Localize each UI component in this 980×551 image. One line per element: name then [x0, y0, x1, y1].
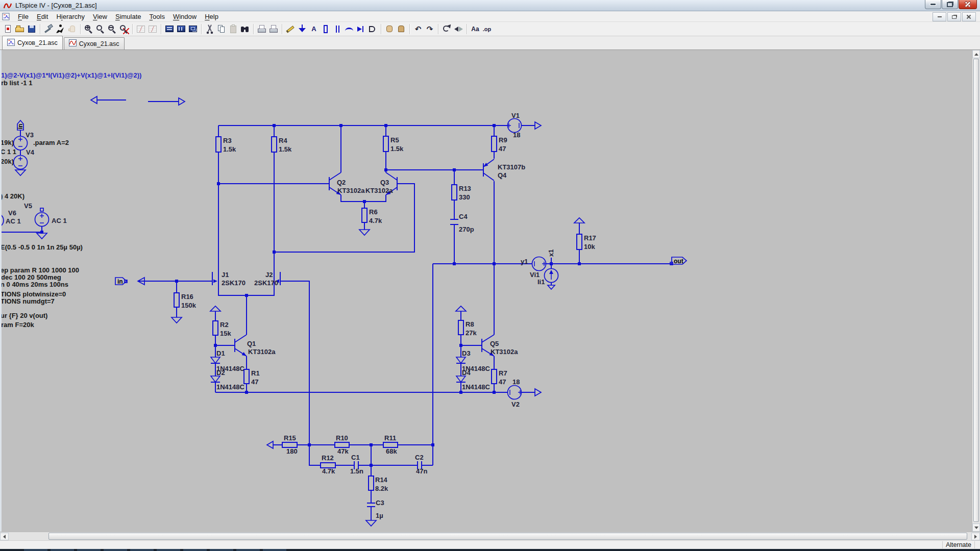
spice-directive-text[interactable]: rb list -1 1	[2, 79, 32, 87]
waveform-icon[interactable]	[135, 23, 146, 35]
wires[interactable]	[2, 100, 672, 520]
q5-value-label[interactable]: KT3102a	[491, 348, 518, 356]
spice-directive-text[interactable]: ep param R 100 1000 100	[2, 266, 79, 274]
component-symbols[interactable]	[2, 96, 687, 526]
spice-directive-icon[interactable]	[481, 23, 493, 35]
r8-value-label[interactable]: 27k	[465, 329, 477, 337]
scroll-right-button[interactable]	[971, 533, 980, 540]
horizontal-scroll-thumb[interactable]	[48, 533, 967, 540]
diode-icon[interactable]	[355, 23, 366, 35]
spice-directive-text[interactable]: ) 4 20K)	[2, 192, 24, 200]
r12-value-label[interactable]: 4.7k	[322, 467, 335, 475]
j2-name-label[interactable]: J2	[265, 271, 273, 279]
print-preview-icon[interactable]	[256, 23, 267, 35]
r2-name-label[interactable]: R2	[220, 321, 229, 329]
v5-name-label[interactable]: V5	[24, 202, 32, 210]
control-panel-icon[interactable]	[43, 23, 54, 35]
menu-window[interactable]: Window	[169, 12, 201, 21]
zoom-in-icon[interactable]	[83, 23, 94, 35]
r1-value-label[interactable]: 47	[251, 378, 258, 386]
mirror-icon[interactable]	[453, 23, 464, 35]
tile-horizontal-icon[interactable]	[164, 23, 175, 35]
spice-directive-text[interactable]: 20k)	[2, 158, 14, 165]
save-icon[interactable]	[26, 23, 37, 35]
text-icon[interactable]	[470, 23, 481, 35]
menu-file[interactable]: File	[14, 12, 33, 21]
r4-value-label[interactable]: 1.5k	[279, 145, 292, 153]
spice-directive-text[interactable]: 1)@2-V(x1)@1*I(Vi1)@2)+V(x1)@1+I(Vi1)@2)…	[2, 71, 141, 79]
v5-value-label[interactable]: AC 1	[52, 217, 67, 224]
menu-view[interactable]: View	[89, 12, 111, 21]
q2-name-label[interactable]: Q2	[337, 179, 346, 186]
net-labels[interactable]: y1 x1 in out in	[17, 123, 683, 285]
tab-schematic[interactable]: Сухов_21.asc	[2, 36, 63, 49]
close-button[interactable]	[959, 0, 977, 9]
r3-value-label[interactable]: 1.5k	[223, 145, 236, 153]
power-flags[interactable]	[210, 218, 584, 311]
c1-value-label[interactable]: 1.5n	[350, 467, 363, 475]
r9-value-label[interactable]: 47	[499, 145, 506, 153]
c3-name-label[interactable]: C3	[376, 499, 384, 507]
spice-directive-text[interactable]: ram F=20k	[2, 321, 34, 329]
tab-waveform[interactable]: Сухов_21.asc	[64, 37, 125, 49]
c2-value-label[interactable]: 47n	[416, 467, 427, 475]
r10-value-label[interactable]: 47k	[337, 447, 349, 455]
spice-directive-text[interactable]: 19k)	[2, 139, 14, 146]
r11-name-label[interactable]: R11	[384, 434, 396, 442]
redo-icon[interactable]	[424, 23, 435, 35]
source-symbols[interactable]	[2, 119, 558, 399]
r3-name-label[interactable]: R3	[223, 137, 232, 144]
net-flag-in-rotated[interactable]: in	[17, 123, 24, 129]
label-net-icon[interactable]	[308, 23, 320, 35]
open-icon[interactable]	[14, 23, 26, 35]
net-label-x1[interactable]: x1	[547, 249, 555, 257]
find-icon[interactable]	[239, 23, 251, 35]
q3-value-label[interactable]: KT3102a	[365, 187, 393, 194]
component-icon[interactable]	[367, 23, 378, 35]
vi1-name-label[interactable]: Vi1	[530, 271, 540, 279]
spice-directive-text[interactable]: C 1 1	[2, 148, 16, 156]
wire-icon[interactable]	[285, 23, 296, 35]
r17-value-label[interactable]: 10k	[584, 243, 595, 251]
r16-value-label[interactable]: 150k	[181, 302, 197, 309]
menu-hierarchy[interactable]: Hierarchy	[52, 12, 89, 21]
j1-value-label[interactable]: 2SK170	[222, 279, 246, 287]
scroll-up-button[interactable]	[972, 50, 980, 58]
v6-value-label[interactable]: AC 1	[6, 217, 21, 225]
ii1-name-label[interactable]: Ii1	[537, 278, 545, 286]
j1-name-label[interactable]: J1	[222, 271, 229, 279]
c4-value-label[interactable]: 270p	[459, 226, 474, 233]
r9-name-label[interactable]: R9	[499, 136, 507, 144]
new-schematic-icon[interactable]	[3, 23, 14, 35]
copy-icon[interactable]	[216, 23, 227, 35]
menu-tools[interactable]: Tools	[145, 12, 169, 21]
restore-button[interactable]	[942, 0, 958, 9]
spice-directive-text[interactable]: TIONS numdgt=7	[2, 297, 55, 305]
r15-value-label[interactable]: 180	[286, 447, 298, 455]
scroll-down-button[interactable]	[972, 523, 980, 532]
q4-value-label[interactable]: KT3107b	[498, 163, 525, 171]
d4-value-label[interactable]: 1N4148C	[462, 383, 491, 391]
r17-name-label[interactable]: R17	[584, 234, 596, 242]
vertical-scrollbar[interactable]	[972, 50, 980, 532]
capacitor-icon[interactable]	[332, 23, 343, 35]
d1-name-label[interactable]: D1	[216, 349, 225, 357]
r6-name-label[interactable]: R6	[369, 208, 378, 216]
r16-name-label[interactable]: R16	[181, 293, 193, 300]
capacitor-symbols[interactable]	[354, 219, 458, 507]
port-label-in[interactable]: in	[117, 278, 123, 285]
r14-value-label[interactable]: 8.2k	[375, 485, 388, 492]
spice-directive-text[interactable]: ur {F} 20 v(out)	[2, 312, 47, 319]
run-icon[interactable]	[55, 23, 66, 35]
mdi-close-button[interactable]	[962, 12, 976, 21]
r7-value-label[interactable]: 47	[499, 378, 506, 386]
r10-name-label[interactable]: R10	[336, 434, 348, 442]
r7-name-label[interactable]: R7	[499, 369, 507, 377]
r11-value-label[interactable]: 68k	[386, 447, 397, 455]
d3-name-label[interactable]: D3	[462, 349, 471, 357]
q3-name-label[interactable]: Q3	[380, 179, 389, 186]
c3-value-label[interactable]: 1µ	[376, 512, 383, 519]
paste-icon[interactable]	[228, 23, 239, 35]
q4-name-label[interactable]: Q4	[498, 171, 507, 179]
c1-name-label[interactable]: C1	[351, 454, 360, 461]
